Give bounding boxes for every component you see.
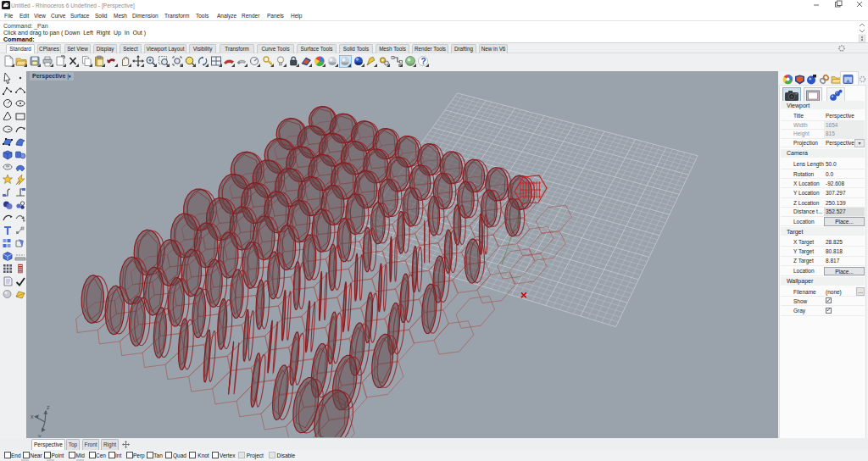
svg-text:y: y bbox=[38, 433, 42, 437]
svg-text:?: ? bbox=[421, 57, 426, 66]
svg-text:z: z bbox=[47, 404, 50, 410]
svg-text:x: x bbox=[31, 414, 34, 419]
